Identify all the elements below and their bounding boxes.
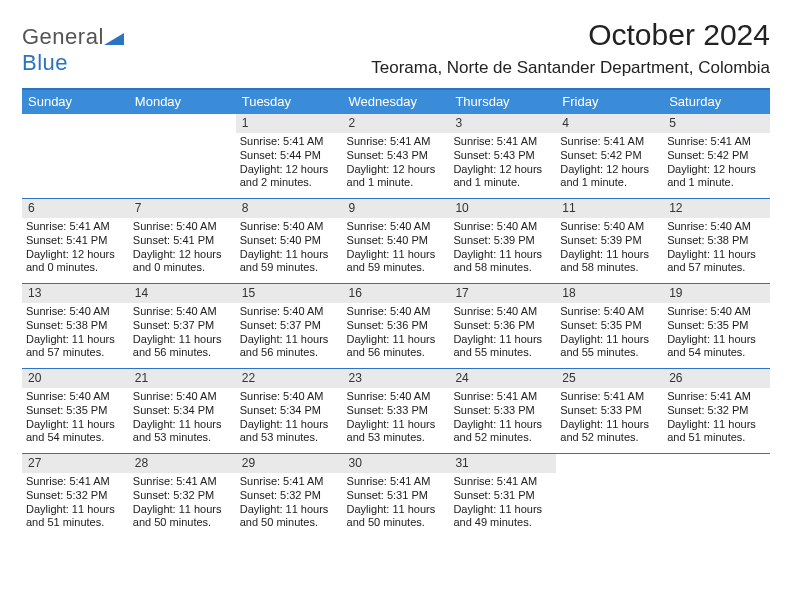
day-number: 3 <box>449 114 556 133</box>
sunset-line: Sunset: 5:33 PM <box>560 404 659 418</box>
sunrise-line: Sunrise: 5:41 AM <box>26 475 125 489</box>
daylight-line: Daylight: 11 hours and 56 minutes. <box>240 333 339 361</box>
sunset-line: Sunset: 5:40 PM <box>347 234 446 248</box>
day-number: 10 <box>449 199 556 218</box>
daylight-line: Daylight: 11 hours and 56 minutes. <box>347 333 446 361</box>
sunset-line: Sunset: 5:42 PM <box>560 149 659 163</box>
sunset-line: Sunset: 5:32 PM <box>26 489 125 503</box>
sunrise-line: Sunrise: 5:41 AM <box>453 135 552 149</box>
brand-logo: General Blue <box>22 18 124 76</box>
day-number: 6 <box>22 199 129 218</box>
calendar-cell: 29Sunrise: 5:41 AMSunset: 5:32 PMDayligh… <box>236 454 343 538</box>
calendar-week: 13Sunrise: 5:40 AMSunset: 5:38 PMDayligh… <box>22 283 770 368</box>
sunset-line: Sunset: 5:32 PM <box>240 489 339 503</box>
calendar-week: 27Sunrise: 5:41 AMSunset: 5:32 PMDayligh… <box>22 453 770 538</box>
sunset-line: Sunset: 5:40 PM <box>240 234 339 248</box>
day-number: 25 <box>556 369 663 388</box>
daylight-line: Daylight: 11 hours and 55 minutes. <box>453 333 552 361</box>
day-number: 18 <box>556 284 663 303</box>
day-number: 12 <box>663 199 770 218</box>
calendar-cell <box>22 114 129 198</box>
day-header-friday: Friday <box>556 90 663 114</box>
sunset-line: Sunset: 5:43 PM <box>453 149 552 163</box>
sunrise-line: Sunrise: 5:41 AM <box>667 390 766 404</box>
daylight-line: Daylight: 11 hours and 53 minutes. <box>240 418 339 446</box>
daylight-line: Daylight: 11 hours and 52 minutes. <box>453 418 552 446</box>
page-title-month: October 2024 <box>371 18 770 52</box>
sunset-line: Sunset: 5:35 PM <box>26 404 125 418</box>
sunrise-line: Sunrise: 5:41 AM <box>667 135 766 149</box>
day-number: 17 <box>449 284 556 303</box>
brand-mark-icon <box>104 24 124 49</box>
day-number: 4 <box>556 114 663 133</box>
sunrise-line: Sunrise: 5:41 AM <box>560 390 659 404</box>
calendar-cell: 19Sunrise: 5:40 AMSunset: 5:35 PMDayligh… <box>663 284 770 368</box>
calendar-cell: 27Sunrise: 5:41 AMSunset: 5:32 PMDayligh… <box>22 454 129 538</box>
day-number: 8 <box>236 199 343 218</box>
day-number: 16 <box>343 284 450 303</box>
calendar-cell: 4Sunrise: 5:41 AMSunset: 5:42 PMDaylight… <box>556 114 663 198</box>
day-number: 22 <box>236 369 343 388</box>
daylight-line: Daylight: 11 hours and 53 minutes. <box>133 418 232 446</box>
sunset-line: Sunset: 5:38 PM <box>26 319 125 333</box>
calendar-cell: 26Sunrise: 5:41 AMSunset: 5:32 PMDayligh… <box>663 369 770 453</box>
svg-marker-0 <box>104 33 124 45</box>
sunrise-line: Sunrise: 5:40 AM <box>453 305 552 319</box>
calendar-body: 1Sunrise: 5:41 AMSunset: 5:44 PMDaylight… <box>22 114 770 538</box>
sunrise-line: Sunrise: 5:40 AM <box>347 305 446 319</box>
sunrise-line: Sunrise: 5:41 AM <box>240 475 339 489</box>
calendar-cell: 13Sunrise: 5:40 AMSunset: 5:38 PMDayligh… <box>22 284 129 368</box>
sunrise-line: Sunrise: 5:41 AM <box>453 475 552 489</box>
calendar-cell: 2Sunrise: 5:41 AMSunset: 5:43 PMDaylight… <box>343 114 450 198</box>
daylight-line: Daylight: 11 hours and 59 minutes. <box>347 248 446 276</box>
daylight-line: Daylight: 11 hours and 57 minutes. <box>26 333 125 361</box>
brand-name-a: General <box>22 24 104 49</box>
page-title-location: Teorama, Norte de Santander Department, … <box>371 58 770 78</box>
day-number: 9 <box>343 199 450 218</box>
daylight-line: Daylight: 12 hours and 0 minutes. <box>133 248 232 276</box>
sunset-line: Sunset: 5:33 PM <box>453 404 552 418</box>
day-number: 29 <box>236 454 343 473</box>
day-header-tuesday: Tuesday <box>236 90 343 114</box>
sunrise-line: Sunrise: 5:40 AM <box>26 305 125 319</box>
calendar-cell: 1Sunrise: 5:41 AMSunset: 5:44 PMDaylight… <box>236 114 343 198</box>
daylight-line: Daylight: 11 hours and 49 minutes. <box>453 503 552 531</box>
sunrise-line: Sunrise: 5:40 AM <box>240 220 339 234</box>
sunrise-line: Sunrise: 5:41 AM <box>347 135 446 149</box>
day-header-saturday: Saturday <box>663 90 770 114</box>
daylight-line: Daylight: 12 hours and 1 minute. <box>667 163 766 191</box>
day-number: 14 <box>129 284 236 303</box>
sunset-line: Sunset: 5:41 PM <box>26 234 125 248</box>
calendar-cell: 20Sunrise: 5:40 AMSunset: 5:35 PMDayligh… <box>22 369 129 453</box>
day-number: 7 <box>129 199 236 218</box>
sunset-line: Sunset: 5:31 PM <box>453 489 552 503</box>
daylight-line: Daylight: 11 hours and 50 minutes. <box>240 503 339 531</box>
calendar-cell: 14Sunrise: 5:40 AMSunset: 5:37 PMDayligh… <box>129 284 236 368</box>
calendar-week: 20Sunrise: 5:40 AMSunset: 5:35 PMDayligh… <box>22 368 770 453</box>
sunrise-line: Sunrise: 5:40 AM <box>667 220 766 234</box>
sunset-line: Sunset: 5:44 PM <box>240 149 339 163</box>
daylight-line: Daylight: 11 hours and 57 minutes. <box>667 248 766 276</box>
calendar-cell: 25Sunrise: 5:41 AMSunset: 5:33 PMDayligh… <box>556 369 663 453</box>
sunrise-line: Sunrise: 5:40 AM <box>240 390 339 404</box>
sunset-line: Sunset: 5:42 PM <box>667 149 766 163</box>
daylight-line: Daylight: 12 hours and 0 minutes. <box>26 248 125 276</box>
calendar-cell: 6Sunrise: 5:41 AMSunset: 5:41 PMDaylight… <box>22 199 129 283</box>
calendar-cell: 30Sunrise: 5:41 AMSunset: 5:31 PMDayligh… <box>343 454 450 538</box>
daylight-line: Daylight: 11 hours and 59 minutes. <box>240 248 339 276</box>
day-number: 20 <box>22 369 129 388</box>
sunset-line: Sunset: 5:35 PM <box>667 319 766 333</box>
day-number: 26 <box>663 369 770 388</box>
calendar-cell: 5Sunrise: 5:41 AMSunset: 5:42 PMDaylight… <box>663 114 770 198</box>
sunset-line: Sunset: 5:31 PM <box>347 489 446 503</box>
calendar-cell: 28Sunrise: 5:41 AMSunset: 5:32 PMDayligh… <box>129 454 236 538</box>
daylight-line: Daylight: 11 hours and 56 minutes. <box>133 333 232 361</box>
calendar-day-header: SundayMondayTuesdayWednesdayThursdayFrid… <box>22 90 770 114</box>
sunset-line: Sunset: 5:38 PM <box>667 234 766 248</box>
sunset-line: Sunset: 5:36 PM <box>347 319 446 333</box>
sunset-line: Sunset: 5:39 PM <box>560 234 659 248</box>
calendar-cell: 9Sunrise: 5:40 AMSunset: 5:40 PMDaylight… <box>343 199 450 283</box>
day-number: 19 <box>663 284 770 303</box>
sunrise-line: Sunrise: 5:40 AM <box>560 305 659 319</box>
day-number: 5 <box>663 114 770 133</box>
